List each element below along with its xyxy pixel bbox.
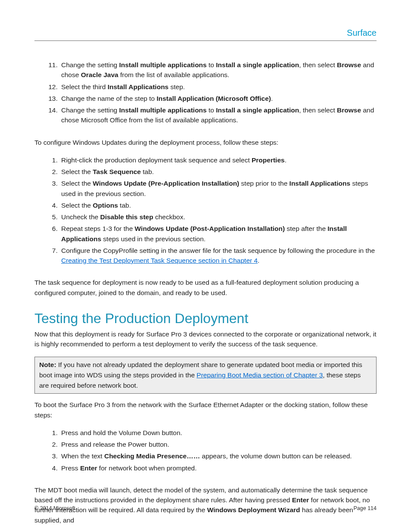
paragraph-boot-steps-intro: To boot the Surface Pro 3 from the netwo… — [34, 400, 377, 420]
list-item: Configure the CopyProfile setting in the… — [59, 246, 377, 266]
header-rule — [34, 40, 377, 41]
list-item: Press and release the Power button. — [59, 439, 377, 449]
paragraph-task-sequence-ready: The task sequence for deployment is now … — [34, 277, 377, 298]
list-item: Select the Windows Update (Pre-Applicati… — [59, 178, 377, 199]
list-item: Select the third Install Applications st… — [59, 82, 377, 92]
document-page: Surface Change the setting Install multi… — [0, 0, 411, 532]
list-item: Select the Task Sequence tab. — [59, 167, 377, 177]
list-item: Right-click the production deployment ta… — [59, 155, 377, 165]
list-item: Change the setting Install multiple appl… — [59, 105, 377, 125]
note-box: Note: If you have not already updated th… — [34, 357, 377, 394]
list-item: Press and hold the Volume Down button. — [59, 428, 377, 438]
footer-page-number: Page 114 — [353, 505, 377, 511]
list-item: Repeat steps 1-3 for the Windows Update … — [59, 224, 377, 244]
list-item: Change the name of the step to Install A… — [59, 93, 377, 103]
link-preparing-boot-media[interactable]: Preparing Boot Media section of Chapter … — [196, 371, 323, 379]
list-item: Select the Options tab. — [59, 200, 377, 210]
ordered-list-updates: Right-click the production deployment ta… — [34, 155, 377, 266]
ordered-list-apps: Change the setting Install multiple appl… — [34, 60, 377, 125]
paragraph-configure-updates: To configure Windows Updates during the … — [34, 137, 377, 147]
list-item: Press Enter for network boot when prompt… — [59, 463, 377, 473]
list-item: When the text Checking Media Presence…… … — [59, 451, 377, 461]
paragraph-testing-intro: Now that this deployment is ready for Su… — [34, 329, 377, 349]
footer-copyright: © 2014 Microsoft — [34, 505, 75, 511]
link-creating-test-deployment[interactable]: Creating the Test Deployment Task Sequen… — [61, 257, 258, 264]
ordered-list-boot: Press and hold the Volume Down button.Pr… — [34, 428, 377, 473]
list-item: Change the setting Install multiple appl… — [59, 60, 377, 80]
list-item: Uncheck the Disable this step checkbox. — [59, 212, 377, 222]
page-footer: © 2014 Microsoft Page 114 — [34, 505, 377, 511]
section-heading-testing: Testing the Production Deployment — [34, 311, 377, 327]
brand-label: Surface — [34, 28, 377, 38]
